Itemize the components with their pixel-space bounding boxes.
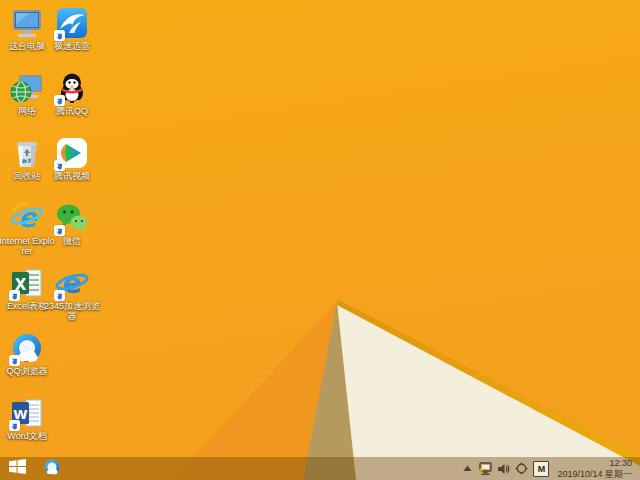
desktop-icon-this-pc[interactable]: 这台电脑: [4, 6, 50, 68]
input-method-indicator[interactable]: M: [533, 461, 549, 477]
shortcut-arrow-icon: [9, 355, 20, 366]
clock-date: 2019/10/14 星期一: [557, 469, 632, 480]
desktop-screen: 这台电脑 网络: [0, 0, 640, 480]
desktop-icon-internet-explorer[interactable]: e Internet Explorer: [4, 201, 50, 263]
icon-label: 腾讯视频: [43, 171, 101, 181]
shortcut-arrow-icon: [9, 420, 20, 431]
taskbar-clock[interactable]: 12:30 2019/10/14 星期一: [554, 457, 636, 480]
icon-label: QQ浏览器: [0, 366, 56, 376]
show-hidden-icons-button[interactable]: [463, 457, 472, 480]
input-method-letter: M: [538, 464, 546, 474]
desktop-icon-tencent-qq[interactable]: 腾讯QQ: [49, 71, 95, 133]
shortcut-arrow-icon: [9, 290, 20, 301]
shortcut-arrow-icon: [54, 290, 65, 301]
windows-logo-icon: [9, 459, 26, 478]
shortcut-arrow-icon: [54, 160, 65, 171]
icon-label: Word文档: [0, 431, 56, 441]
system-tray: * M: [463, 457, 640, 480]
desktop-icon-network[interactable]: 网络: [4, 71, 50, 133]
desktop-icon-tencent-video[interactable]: 腾讯视频: [49, 136, 95, 198]
desktop-icon-xunlei[interactable]: 极速迅雷: [49, 6, 95, 68]
tencent-video-icon: [55, 136, 89, 170]
desktop-icon-qq-browser[interactable]: QQ浏览器: [4, 331, 50, 393]
svg-text:e: e: [63, 267, 82, 300]
icon-label: 腾讯QQ: [43, 106, 101, 116]
shortcut-arrow-icon: [54, 30, 65, 41]
excel-icon: X: [10, 266, 44, 300]
utility-tray-icon[interactable]: [515, 457, 528, 480]
this-pc-icon: [10, 6, 44, 40]
xunlei-icon: [55, 6, 89, 40]
volume-tray-icon[interactable]: [497, 457, 510, 480]
shortcut-arrow-icon: [54, 225, 65, 236]
recycle-bin-icon: [10, 136, 44, 170]
network-icon: [10, 71, 44, 105]
clock-time: 12:30: [609, 458, 632, 469]
start-button[interactable]: [0, 457, 34, 480]
svg-text:*: *: [479, 467, 484, 476]
desktop-icon-2345-browser[interactable]: e 2345加速浏览器: [49, 266, 95, 328]
taskbar: * M: [0, 457, 640, 480]
qq-browser-icon: [43, 458, 61, 480]
icon-label: 极速迅雷: [43, 41, 101, 51]
taskbar-qq-browser-button[interactable]: [34, 457, 70, 480]
desktop-icon-wechat[interactable]: 微信: [49, 201, 95, 263]
wechat-icon: [55, 201, 89, 235]
word-icon: W: [10, 396, 44, 430]
desktop-icon-word[interactable]: W Word文档: [4, 396, 50, 458]
network-status-tray-icon[interactable]: *: [477, 457, 492, 480]
tencent-qq-icon: [55, 71, 89, 105]
desktop-icon-recycle-bin[interactable]: 回收站: [4, 136, 50, 198]
internet-explorer-icon: e: [10, 201, 44, 235]
chevron-up-icon: [463, 465, 472, 472]
icon-label: 微信: [43, 236, 101, 246]
2345-browser-icon: e: [55, 266, 89, 300]
qq-browser-icon: [10, 331, 44, 365]
icon-label: 2345加速浏览器: [43, 301, 101, 321]
shortcut-arrow-icon: [54, 95, 65, 106]
